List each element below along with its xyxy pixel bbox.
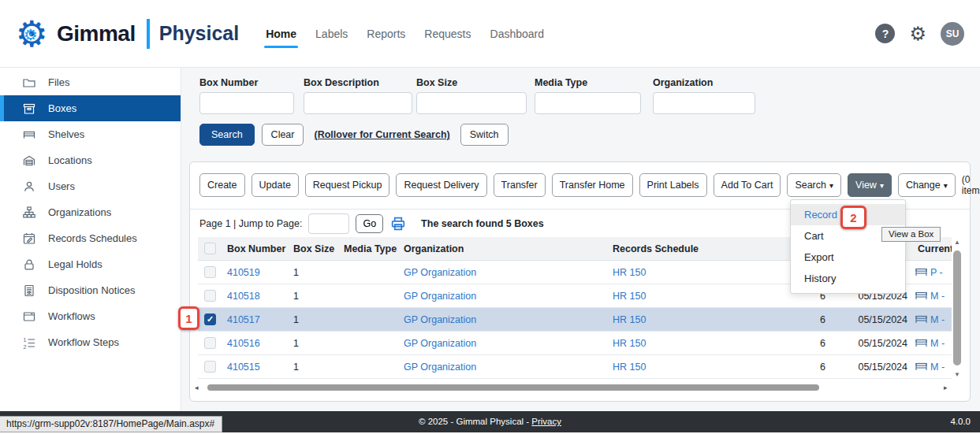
box-size-cell: 1 [288, 338, 338, 349]
sidebar-item-organizations[interactable]: Organizations [0, 199, 181, 225]
user-avatar[interactable]: SU [941, 22, 964, 46]
organization-input[interactable] [653, 92, 755, 114]
sidebar-item-label: Shelves [48, 128, 84, 140]
organization-link[interactable]: GP Organization [398, 362, 607, 373]
box-number-link[interactable]: 410519 [222, 267, 288, 278]
document-icon [22, 284, 36, 298]
print-labels-button[interactable]: Print Labels [639, 173, 707, 197]
search-dropdown-button[interactable]: Search▾ [787, 173, 841, 197]
scroll-down-icon[interactable]: ▼ [952, 371, 963, 378]
col-organization[interactable]: Organization [398, 243, 607, 254]
records-schedule-link[interactable]: HR 150 [607, 314, 777, 325]
organization-link[interactable]: GP Organization [398, 267, 607, 278]
current-location-link[interactable]: M - [930, 291, 945, 302]
caret-down-icon: ▾ [944, 181, 948, 190]
col-box-number[interactable]: Box Number [222, 243, 288, 254]
shelf-icon [22, 128, 36, 142]
vertical-scrollbar[interactable]: ▲ ▼ [952, 237, 963, 383]
scroll-up-icon[interactable]: ▲ [952, 239, 963, 246]
select-all-checkbox[interactable] [204, 243, 216, 254]
main-nav: Home Labels Reports Requests Dashboard [266, 28, 544, 43]
change-dropdown-button[interactable]: Change▾ [898, 173, 956, 197]
sidebar-item-users[interactable]: Users [0, 173, 181, 199]
current-location-link[interactable]: M - [930, 338, 945, 349]
records-schedule-link[interactable]: HR 150 [607, 267, 777, 278]
box-number-link[interactable]: 410517 [222, 314, 288, 325]
records-schedule-link[interactable]: HR 150 [607, 338, 777, 349]
help-icon[interactable]: ? [875, 24, 895, 43]
nav-requests[interactable]: Requests [424, 28, 471, 43]
transfer-home-button[interactable]: Transfer Home [552, 173, 633, 197]
go-button[interactable]: Go [356, 214, 383, 233]
create-button[interactable]: Create [199, 173, 245, 197]
organization-link[interactable]: GP Organization [398, 291, 607, 302]
menu-item-history[interactable]: History [791, 268, 905, 289]
view-dropdown-button[interactable]: View▾ [848, 173, 892, 197]
settings-gear-icon[interactable]: ⚙ [909, 24, 926, 43]
sidebar-item-locations[interactable]: Locations [0, 147, 181, 173]
nav-dashboard[interactable]: Dashboard [490, 28, 545, 43]
current-location-link[interactable]: M - [930, 314, 945, 325]
horizontal-scrollbar[interactable]: ◂ ▸ [195, 382, 953, 393]
row-checkbox-checked[interactable]: ✓ [204, 313, 216, 325]
col-current[interactable]: Current [912, 243, 952, 254]
request-delivery-button[interactable]: Request Delivery [396, 173, 486, 197]
media-type-input[interactable] [535, 92, 641, 114]
box-description-input[interactable] [304, 92, 412, 114]
rollover-current-search-link[interactable]: (Rollover for Current Search) [314, 129, 449, 140]
scroll-left-icon[interactable]: ◂ [195, 384, 204, 391]
vertical-scroll-thumb[interactable] [953, 250, 961, 365]
sidebar-item-workflow-steps[interactable]: 12 Workflow Steps [0, 329, 181, 355]
organization-link[interactable]: GP Organization [398, 314, 607, 325]
col-records-schedule[interactable]: Records Schedule [607, 243, 777, 254]
print-icon[interactable] [389, 216, 407, 232]
request-pickup-button[interactable]: Request Pickup [305, 173, 390, 197]
box-number-link[interactable]: 410518 [222, 291, 288, 302]
sidebar-item-legal-holds[interactable]: Legal Holds [0, 251, 181, 277]
box-number-link[interactable]: 410515 [222, 362, 288, 373]
organization-link[interactable]: GP Organization [398, 338, 607, 349]
sidebar-item-records-schedules[interactable]: Records Schedules [0, 225, 181, 251]
search-button[interactable]: Search [199, 124, 255, 146]
row-checkbox[interactable] [204, 290, 216, 302]
menu-item-export[interactable]: Export [791, 247, 905, 268]
search-dropdown-label: Search [795, 180, 826, 191]
nav-home[interactable]: Home [266, 28, 296, 43]
sidebar-item-shelves[interactable]: Shelves [0, 121, 181, 147]
table-row[interactable]: 410516 1 GP Organization HR 150 6 05/15/… [198, 332, 952, 355]
app-logo[interactable]: ⚙⚙ Gimmal Physical [13, 15, 239, 53]
table-row-selected[interactable]: ✓ 410517 1 GP Organization HR 150 6 05/1… [198, 308, 952, 332]
sidebar-item-disposition-notices[interactable]: Disposition Notices [0, 277, 181, 303]
switch-button[interactable]: Switch [460, 124, 509, 146]
scroll-right-icon[interactable]: ▸ [944, 384, 953, 391]
sidebar-item-files[interactable]: Files [0, 69, 181, 95]
records-schedule-link[interactable]: HR 150 [607, 362, 777, 373]
horizontal-scroll-thumb[interactable] [207, 384, 819, 391]
row-checkbox[interactable] [204, 361, 216, 373]
nav-reports[interactable]: Reports [367, 28, 405, 43]
box-number-link[interactable]: 410516 [222, 338, 288, 349]
cart-count: (0 items) [962, 174, 980, 196]
box-size-input[interactable] [416, 92, 527, 114]
annotation-step-2: 2 [840, 206, 866, 229]
cart-link[interactable]: (0 items) [962, 174, 980, 196]
box-number-input[interactable] [199, 92, 294, 114]
row-checkbox[interactable] [204, 337, 216, 349]
sidebar-item-boxes[interactable]: Boxes [0, 95, 181, 121]
table-row[interactable]: 410515 1 GP Organization HR 150 6 05/15/… [198, 355, 952, 379]
add-to-cart-button[interactable]: Add To Cart [714, 173, 781, 197]
box-icon [22, 102, 36, 116]
sidebar-item-workflows[interactable]: Workflows [0, 303, 181, 329]
clear-button[interactable]: Clear [262, 124, 304, 146]
current-location-link[interactable]: P - [930, 267, 943, 278]
col-box-size[interactable]: Box Size [288, 243, 338, 254]
col-media-type[interactable]: Media Type [338, 243, 398, 254]
nav-labels[interactable]: Labels [315, 28, 348, 43]
jump-to-page-input[interactable] [308, 213, 349, 234]
transfer-button[interactable]: Transfer [494, 173, 546, 197]
privacy-link[interactable]: Privacy [531, 417, 561, 426]
current-location-link[interactable]: M - [930, 362, 945, 373]
update-button[interactable]: Update [252, 173, 299, 197]
records-schedule-link[interactable]: HR 150 [607, 291, 777, 302]
row-checkbox[interactable] [204, 266, 216, 278]
